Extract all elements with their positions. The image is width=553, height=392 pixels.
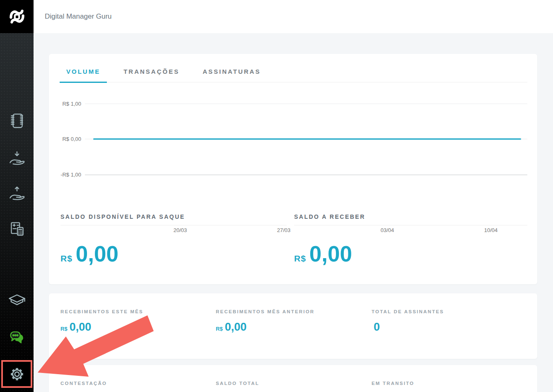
billing-calculator-icon [7, 220, 27, 239]
stat-value: R$0,00 [60, 321, 143, 334]
tab-transacoes[interactable]: TRANSAÇÕES [117, 65, 186, 83]
stat-recebimentos-mes-anterior: RECEBIMENTOS MÊS ANTERIOR R$0,00 [216, 309, 314, 334]
y-tick-label: R$ 0,00 [60, 136, 81, 142]
sidebar-item-billing[interactable] [0, 217, 34, 242]
receive-hand-icon [7, 148, 27, 167]
app-title: Digital Manager Guru [45, 12, 112, 21]
stat-saldo-total: SALDO TOTAL [216, 381, 259, 386]
sidebar-item-notebook[interactable] [0, 108, 34, 133]
settings-highlight-box[interactable] [1, 360, 32, 388]
y-tick-label: R$ 1,00 [60, 101, 81, 107]
series-line-volume [93, 138, 521, 140]
currency-symbol: R$ [60, 326, 68, 332]
currency-symbol: R$ [60, 254, 72, 263]
amount: 0,00 [225, 321, 247, 333]
graduation-cap-icon [7, 291, 27, 311]
amount: 0 [374, 321, 380, 333]
stat-label: TOTAL DE ASSINANTES [372, 309, 444, 314]
notebook-icon [7, 111, 27, 130]
stat-label: CONTESTAÇÃO [60, 381, 107, 386]
amount: 0,00 [309, 242, 352, 266]
sidebar-item-receive[interactable] [0, 145, 34, 170]
currency-symbol: R$ [294, 254, 306, 263]
gridline [85, 174, 527, 175]
dashboard-card: VOLUME TRANSAÇÕES ASSINATURAS R$ 1,00 R$… [49, 54, 537, 284]
stat-label: RECEBIMENTOS MÊS ANTERIOR [216, 309, 314, 314]
bottom-stats-card: CONTESTAÇÃO SALDO TOTAL EM TRANSITO [49, 365, 537, 392]
stat-em-transito: EM TRANSITO [372, 381, 414, 386]
top-header: Digital Manager Guru [34, 0, 553, 33]
stat-label: EM TRANSITO [372, 381, 414, 386]
amount: 0,00 [76, 242, 118, 266]
main-content: VOLUME TRANSAÇÕES ASSINATURAS R$ 1,00 R$… [34, 33, 553, 392]
sidebar [0, 0, 34, 392]
tab-volume[interactable]: VOLUME [60, 65, 107, 83]
stat-label: RECEBIMENTOS ESTE MÊS [60, 309, 143, 314]
guru-logo-icon [7, 7, 27, 26]
balance-available-label: SALDO DISPONÍVEL PARA SAQUE [60, 213, 287, 220]
stat-contestacao: CONTESTAÇÃO [60, 381, 107, 386]
stat-label: SALDO TOTAL [216, 381, 259, 386]
balance-available: SALDO DISPONÍVEL PARA SAQUE R$0,00 [60, 213, 287, 266]
tab-bar: VOLUME TRANSAÇÕES ASSINATURAS [60, 65, 527, 82]
stat-value: R$0,00 [216, 321, 314, 334]
sidebar-item-academy[interactable] [0, 289, 34, 314]
chat-icon [7, 327, 27, 347]
send-hand-icon [7, 184, 27, 203]
divider [60, 225, 287, 225]
volume-line-chart: R$ 1,00 R$ 0,00 -R$ 1,00 20/03 27/03 03/… [60, 95, 527, 232]
y-tick-label: -R$ 1,00 [60, 172, 81, 178]
gridline [85, 104, 527, 104]
stat-value: 0 [372, 321, 444, 334]
balance-receivable-label: SALDO A RECEBER [294, 213, 527, 220]
amount: 0,00 [70, 321, 92, 333]
sidebar-item-chat[interactable] [0, 324, 34, 349]
app-logo[interactable] [0, 0, 34, 33]
settings-gear-icon [7, 364, 27, 384]
divider [294, 225, 527, 225]
balance-receivable: SALDO A RECEBER R$0,00 [294, 213, 527, 266]
sidebar-item-send[interactable] [0, 181, 34, 206]
stat-recebimentos-este-mes: RECEBIMENTOS ESTE MÊS R$0,00 [60, 309, 143, 334]
stat-total-assinantes: TOTAL DE ASSINANTES 0 [372, 309, 444, 334]
balance-receivable-value: R$0,00 [294, 241, 527, 266]
currency-symbol: R$ [216, 326, 223, 332]
balance-available-value: R$0,00 [60, 241, 287, 266]
tab-assinaturas[interactable]: ASSINATURAS [196, 65, 267, 83]
stats-card: RECEBIMENTOS ESTE MÊS R$0,00 RECEBIMENTO… [49, 293, 537, 359]
